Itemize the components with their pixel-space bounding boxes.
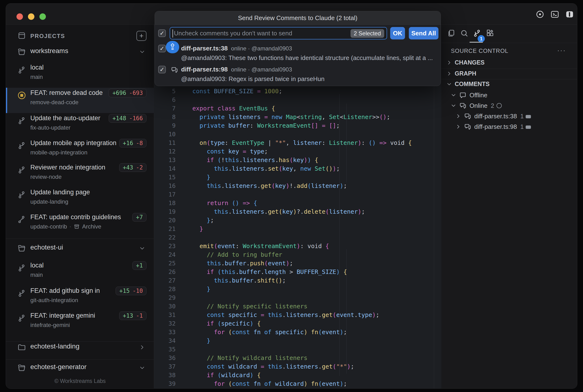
sidebar-item-title: FEAT: remove dead code xyxy=(30,89,103,96)
code-token xyxy=(253,372,257,378)
code-line: 19 this.listeners.get(key)?.delete(liste… xyxy=(154,208,441,216)
dialog-titlebar[interactable]: Send Review Comments to Claude (2 total) xyxy=(155,11,441,24)
code-token: ( xyxy=(217,320,221,327)
code-token: ) xyxy=(304,380,308,387)
code-token: new xyxy=(300,165,315,172)
code-token: get xyxy=(322,312,333,318)
sidebar-item[interactable]: FEAT: remove dead coderemove-dead-code+6… xyxy=(6,88,154,113)
comment-file-label[interactable]: diff-parser.ts:98online · @amandal0903 xyxy=(181,66,292,73)
select-all-checkbox[interactable]: ✓ xyxy=(158,30,166,37)
code-token: ( xyxy=(207,139,210,146)
add-project-button[interactable]: + xyxy=(136,31,146,41)
code-token xyxy=(311,156,315,164)
send-all-button[interactable]: Send All xyxy=(409,27,439,40)
sidebar-item[interactable]: localmain+1 xyxy=(6,260,154,286)
code-token: event xyxy=(336,312,354,318)
record-icon[interactable] xyxy=(536,10,545,19)
deletions-count: -2 xyxy=(136,164,143,171)
tree-item-offline[interactable]: Offline xyxy=(441,91,577,102)
archive-label[interactable]: Archive xyxy=(82,223,101,230)
comment-filter-input[interactable]: Uncheck comments you don't want to send … xyxy=(170,27,387,40)
ok-button[interactable]: OK xyxy=(390,27,405,40)
tree-item-diff-parser-ts-98[interactable]: diff-parser.ts:981 xyxy=(441,122,577,133)
code-token: ( xyxy=(318,329,322,336)
sidebar-item-title: local xyxy=(30,64,44,71)
code-token: } xyxy=(207,337,210,344)
comment-count: 2 xyxy=(491,102,494,109)
code-line: 22 xyxy=(154,233,441,242)
section-graph[interactable]: GRAPH xyxy=(441,70,577,80)
chevron-down-icon xyxy=(450,102,457,109)
code-text: } xyxy=(192,388,210,389)
indent-guide xyxy=(339,94,340,376)
code-line: 40 } xyxy=(154,388,441,389)
comment-file-label[interactable]: diff-parser.ts:38online · @amandal0903 xyxy=(181,45,292,52)
sidebar-item[interactable]: Update the auto-updaterfix-auto-updater+… xyxy=(6,113,154,138)
code-token: BUFFER_SIZE xyxy=(214,88,257,95)
chevron-right-icon xyxy=(455,124,461,130)
line-number: 26 xyxy=(154,268,176,276)
code-token xyxy=(192,208,214,215)
terminal-icon[interactable] xyxy=(550,10,559,19)
sidebar-item[interactable]: Update landing pageupdate-landing xyxy=(6,187,154,212)
additions-count: +696 xyxy=(112,90,126,96)
code-line: 15 } xyxy=(154,173,441,182)
sidebar-item[interactable]: FEAT: update contrib guidelinesupdate-co… xyxy=(6,212,154,237)
zoom-window-button[interactable] xyxy=(39,14,46,20)
code-token: listeners xyxy=(286,363,318,370)
code-token: listener xyxy=(329,208,358,215)
more-actions-icon[interactable]: ··· xyxy=(557,46,566,54)
search-icon[interactable] xyxy=(460,29,469,38)
code-token: = xyxy=(261,312,268,318)
code-token: WorkstreamEvent xyxy=(243,242,297,250)
code-token: add xyxy=(297,182,308,189)
sync-ring-icon xyxy=(497,103,502,108)
code-text: for (const fn of specific) fn(event); xyxy=(192,328,347,336)
close-window-button[interactable] xyxy=(16,14,23,20)
code-line: 29 xyxy=(154,294,441,302)
line-number: 17 xyxy=(154,190,176,199)
tree-item-diff-parser-ts-38[interactable]: diff-parser.ts:381 xyxy=(441,112,577,122)
code-token: ) xyxy=(286,260,289,267)
sidebar-item[interactable]: Reviewer node integrationreview-node+43-… xyxy=(6,162,154,188)
sidebar-item[interactable]: FEAT: integrate geminiintefrate-gemini+1… xyxy=(6,310,154,336)
code-line: 24 // Add to ring buffer xyxy=(154,250,441,259)
code-line: 18 return () => { xyxy=(154,199,441,208)
minimize-window-button[interactable] xyxy=(28,14,34,20)
code-token: . xyxy=(257,182,261,189)
sidebar-item-branch: git-auth-integration xyxy=(30,297,78,304)
section-changes[interactable]: CHANGES xyxy=(441,58,577,69)
panel-left-icon[interactable] xyxy=(565,10,574,19)
extensions-icon[interactable] xyxy=(486,29,494,38)
code-line: 33 for (const fn of specific) fn(event); xyxy=(154,328,441,336)
line-number: 16 xyxy=(154,182,176,190)
code-token: . xyxy=(221,260,225,267)
comment-checkbox[interactable]: ✓ xyxy=(158,66,166,74)
code-token: ( xyxy=(264,260,268,267)
code-text: if (specific) { xyxy=(192,319,261,328)
code-token: { xyxy=(257,372,261,378)
sidebar-item-branch: remove-dead-code xyxy=(30,99,78,106)
comment-body-text: @amandal0903: These two functions have i… xyxy=(181,54,433,62)
line-number: 20 xyxy=(154,216,176,225)
code-token: listeners xyxy=(232,208,264,215)
tree-item-online[interactable]: Online2 xyxy=(441,102,577,112)
deletions-count: -693 xyxy=(129,90,143,96)
sidebar-item[interactable]: FEAT: add github sign ingit-auth-integra… xyxy=(6,286,154,311)
code-token: = xyxy=(318,122,329,129)
line-number: 18 xyxy=(154,199,176,208)
code-token: specific xyxy=(221,320,250,327)
indent-guide xyxy=(346,249,347,374)
comment-checkbox[interactable]: ✓ xyxy=(158,45,166,52)
files-icon[interactable] xyxy=(447,29,456,38)
branch-icon xyxy=(17,116,26,125)
code-token: . xyxy=(282,312,286,318)
sidebar-item[interactable]: localmain xyxy=(6,62,154,88)
code-token: return xyxy=(207,200,232,206)
code-token: ( xyxy=(217,156,221,164)
code-token: "*" xyxy=(336,363,347,370)
section-comments[interactable]: COMMENTS xyxy=(441,80,577,90)
line-number: 8 xyxy=(154,113,176,122)
projects-sidebar: PROJECTS + workstreamslocalmainFEAT: rem… xyxy=(6,24,154,389)
sidebar-item[interactable]: Update mobile app integrationmobile-app-… xyxy=(6,138,154,163)
